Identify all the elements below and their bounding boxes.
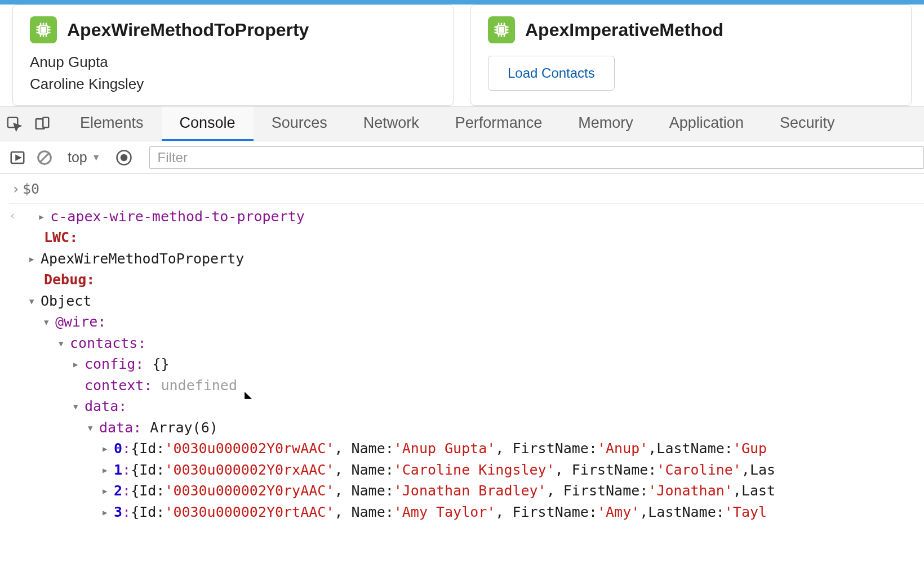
- component-tag[interactable]: c-apex-wire-method-to-property: [50, 206, 305, 227]
- expand-toggle[interactable]: [103, 480, 114, 502]
- chip-icon: [30, 16, 57, 43]
- execution-context-dropdown[interactable]: top ▼: [60, 149, 109, 166]
- console-expression: $0: [23, 178, 39, 200]
- contact-item: Caroline Kingsley: [30, 73, 436, 95]
- expand-toggle[interactable]: [103, 459, 114, 481]
- svg-rect-30: [43, 117, 48, 127]
- svg-rect-15: [499, 28, 504, 32]
- clear-console-icon[interactable]: [33, 140, 56, 175]
- expand-toggle[interactable]: [103, 502, 114, 523]
- chip-icon: [488, 16, 515, 43]
- device-toggle-icon[interactable]: [28, 106, 56, 141]
- context-value: undefined: [161, 375, 237, 396]
- card-title: ApexWireMethodToProperty: [67, 20, 309, 41]
- tab-security[interactable]: Security: [762, 106, 853, 141]
- config-key[interactable]: config:: [85, 354, 144, 375]
- svg-point-35: [120, 154, 127, 161]
- expand-toggle[interactable]: [88, 417, 99, 439]
- debug-label: Debug:: [44, 269, 95, 291]
- context-label: top: [68, 149, 87, 166]
- console-output: › $0 ‹ c-apex-wire-method-to-property LW…: [0, 174, 924, 522]
- tab-elements[interactable]: Elements: [62, 106, 162, 141]
- tab-console[interactable]: Console: [162, 106, 254, 141]
- filter-input[interactable]: Filter: [149, 146, 924, 169]
- expand-toggle[interactable]: [44, 311, 55, 333]
- config-value: {}: [152, 354, 169, 375]
- wire-key[interactable]: @wire:: [55, 311, 106, 333]
- tab-memory[interactable]: Memory: [560, 106, 651, 141]
- expand-chevron-icon[interactable]: ›: [9, 178, 23, 200]
- lwc-label: LWC:: [44, 227, 78, 248]
- inspect-element-icon[interactable]: [0, 106, 28, 141]
- svg-rect-1: [41, 28, 46, 32]
- tab-application[interactable]: Application: [651, 106, 762, 141]
- array-item[interactable]: 2: {Id: '0030u000002Y0ryAAC', Name: 'Jon…: [9, 480, 924, 502]
- tab-network[interactable]: Network: [345, 106, 437, 141]
- expand-toggle[interactable]: [29, 291, 41, 312]
- card-imperative-method: ApexImperativeMethod Load Contacts: [470, 5, 912, 106]
- expand-toggle[interactable]: [29, 248, 41, 270]
- chevron-down-icon: ▼: [92, 153, 101, 163]
- expand-toggle[interactable]: [73, 396, 85, 417]
- object-label[interactable]: Object: [41, 291, 91, 312]
- contacts-key[interactable]: contacts:: [70, 333, 146, 354]
- tab-performance[interactable]: Performance: [437, 106, 561, 141]
- expand-toggle[interactable]: [39, 206, 50, 227]
- inner-data-key[interactable]: data:: [99, 417, 141, 439]
- devtools-tabs: Elements Console Sources Network Perform…: [62, 106, 852, 141]
- card-title: ApexImperativeMethod: [525, 20, 723, 41]
- array-item[interactable]: 3: {Id: '0030u000002Y0rtAAC', Name: 'Amy…: [9, 502, 924, 523]
- svg-marker-32: [16, 155, 21, 160]
- live-expression-icon[interactable]: [112, 140, 136, 175]
- back-arrow-icon: ‹: [9, 206, 19, 225]
- load-contacts-button[interactable]: Load Contacts: [488, 56, 615, 91]
- component-name[interactable]: ApexWireMethodToProperty: [41, 248, 244, 270]
- array-item[interactable]: 1: {Id: '0030u000002Y0rxAAC', Name: 'Car…: [9, 459, 924, 481]
- cursor-icon: ◣: [245, 385, 252, 404]
- pause-icon[interactable]: [6, 140, 29, 175]
- contact-item: Anup Gupta: [30, 51, 436, 73]
- expand-toggle[interactable]: [59, 333, 70, 354]
- card-wire-method: ApexWireMethodToProperty Anup Gupta Caro…: [12, 5, 454, 106]
- devtools-panel: Elements Console Sources Network Perform…: [0, 106, 924, 522]
- array-item[interactable]: 0: {Id: '0030u000002Y0rwAAC', Name: 'Anu…: [9, 438, 924, 459]
- expand-toggle[interactable]: [73, 354, 85, 375]
- svg-line-34: [41, 153, 49, 162]
- inner-data-value: Array(6): [150, 417, 217, 439]
- tab-sources[interactable]: Sources: [254, 106, 345, 141]
- app-cards-region: ApexWireMethodToProperty Anup Gupta Caro…: [0, 0, 924, 106]
- expand-toggle[interactable]: [103, 438, 114, 459]
- data-key[interactable]: data:: [85, 396, 127, 417]
- context-key: context:: [85, 375, 152, 396]
